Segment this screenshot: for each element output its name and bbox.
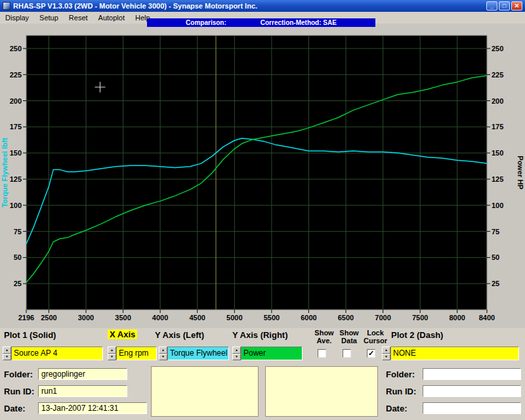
x-tick: 2196 [18,314,34,322]
comparison-bar: Comparison: Correction-Method: SAE [147,18,375,27]
y-left-spinner: ▲ ▼ [159,346,167,360]
folder-field-left[interactable]: gregoplinger [38,368,127,380]
app-window: { "window": { "title": "RHAS-SP V1.3.03 … [0,0,525,420]
x-axis-spinner: ▲ ▼ [108,346,116,360]
x-tick: 7500 [412,314,428,322]
show-data-checkbox[interactable] [343,349,351,358]
run-id-label-left: Run ID: [4,387,34,396]
y-tick-right: 250 [492,45,503,52]
y-tick-left: 25 [14,280,22,287]
spinner-up-icon[interactable]: ▲ [159,346,167,354]
y-right-combo: ▲ ▼ Power [232,346,303,360]
spinner-up-icon[interactable]: ▲ [3,346,11,354]
y-tick-right: 100 [492,201,503,209]
date-label-left: Date: [4,404,26,413]
source-combo: ▲ ▼ Source AP 4 [3,346,103,360]
close-icon[interactable]: ✕ [511,1,522,10]
spinner-down-icon[interactable]: ▼ [232,354,241,361]
spinner-up-icon[interactable]: ▲ [232,346,241,354]
spinner-down-icon[interactable]: ▼ [108,354,116,361]
y-tick-left: 75 [14,228,22,236]
source-field[interactable]: Source AP 4 [11,346,103,360]
window-title: RHAS-SP V1.3.03 (2WD - Motor Vehicle 300… [13,2,486,10]
show-ave-checkbox[interactable] [318,349,326,358]
x-tick: 4000 [152,314,168,322]
menu-display[interactable]: Display [0,12,34,23]
y-axis-left-label: Y Axis (Left) [155,330,204,340]
y-left-axis-title: Torque Flywheel lbft [1,138,9,207]
control-panel: Plot 1 (Solid) X Axis Y Axis (Left) Y Ax… [0,328,525,420]
x-tick: 8000 [449,314,465,322]
y-tick-right: 125 [492,175,503,183]
x-tick: 4500 [189,314,205,322]
x-tick: 7000 [375,314,390,322]
date-field-right[interactable] [423,402,521,414]
y-tick-right: 25 [492,280,499,287]
spinner-down-icon[interactable]: ▼ [159,354,167,361]
y-tick-right: 175 [492,123,503,131]
x-tick: 6500 [338,314,354,322]
y-tick-left: 225 [10,71,22,79]
comparison-label: Comparison: [186,19,226,26]
y-tick-right: 75 [492,228,499,236]
correction-method-label: Correction-Method: SAE [261,19,337,26]
lock-cursor-label: Lock Cursor [361,329,390,345]
x-axis-field[interactable]: Eng rpm [116,346,157,360]
y-tick-left: 200 [10,97,22,105]
menu-setup[interactable]: Setup [34,12,64,23]
x-axis-label: X Axis [108,329,137,339]
y-tick-left: 150 [10,149,22,157]
menu-reset[interactable]: Reset [64,12,93,23]
y-tick-left: 125 [10,175,22,183]
x-tick: 5000 [226,314,242,322]
y-left-combo: ▲ ▼ Torque Flywheel [159,346,229,360]
spinner-down-icon[interactable]: ▼ [382,354,390,361]
run-id-field-left[interactable]: run1 [38,385,127,397]
spinner-up-icon[interactable]: ▲ [108,346,116,354]
plot2-label: Plot 2 (Dash) [391,330,443,340]
x-tick: 8400 [479,314,495,322]
x-tick: 6000 [301,314,316,322]
date-label-right: Date: [386,404,408,413]
y-tick-right: 200 [492,97,503,105]
spinner-down-icon[interactable]: ▼ [3,354,11,361]
plot1-label: Plot 1 (Solid) [4,330,56,340]
y-tick-right: 150 [492,149,503,157]
show-ave-label: Show Ave. [311,329,337,345]
plot2-field[interactable]: NONE [390,346,519,360]
chart-area[interactable]: 2525505075751001001251251501501751752002… [0,24,525,328]
y-left-field[interactable]: Torque Flywheel [167,346,229,360]
menu-autoplot[interactable]: Autoplot [93,12,130,23]
y-right-field[interactable]: Power [241,346,303,360]
y-right-axis-title: Power HP [516,156,524,189]
x-tick: 5500 [264,314,280,322]
date-field-left[interactable]: 13-Jan-2007 12:41:31 [38,402,147,414]
plot2-spinner: ▲ ▼ [382,346,390,360]
dyno-chart: 2525505075751001001251251501501751752002… [0,24,525,328]
minimize-icon[interactable]: _ [486,1,497,10]
y-tick-left: 50 [14,253,22,261]
run-id-field-right[interactable] [423,385,521,397]
y-tick-left: 100 [10,201,22,209]
app-icon [3,2,10,10]
y-tick-left: 250 [10,45,22,52]
plot2-combo: ▲ ▼ NONE [382,346,519,360]
y-tick-right: 225 [492,71,503,79]
window-controls: _ □ ✕ [486,1,522,10]
x-tick: 3000 [78,314,94,322]
folder-label-left: Folder: [4,369,33,379]
lock-cursor-checkbox[interactable]: ✓ [367,349,375,358]
spinner-up-icon[interactable]: ▲ [382,346,390,354]
y-tick-left: 175 [10,123,22,131]
folder-field-right[interactable] [423,368,521,380]
plot-background [26,35,487,310]
maximize-icon[interactable]: □ [499,1,510,10]
y-right-spinner: ▲ ▼ [232,346,241,360]
folder-label-right: Folder: [386,369,415,379]
y-tick-right: 50 [492,253,499,261]
y-axis-right-label: Y Axis (Right) [232,330,288,340]
comment-box-2[interactable] [265,366,378,417]
comment-box-1[interactable] [151,366,259,417]
x-tick: 3500 [115,314,131,322]
title-bar: RHAS-SP V1.3.03 (2WD - Motor Vehicle 300… [0,0,525,12]
